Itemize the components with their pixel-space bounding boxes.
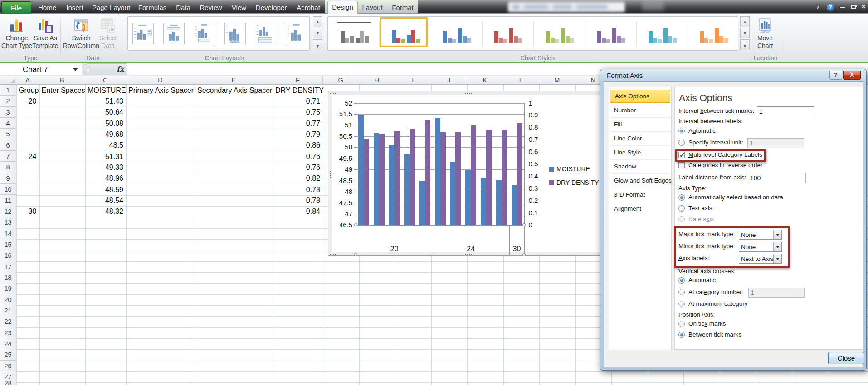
cell-A1[interactable]: Group — [19, 87, 39, 95]
help-button[interactable]: ? — [825, 2, 836, 11]
gallery-scroll-down-icon[interactable]: ▼ — [740, 28, 750, 38]
chart-style-option-purple[interactable] — [591, 20, 630, 48]
bar-dry-density[interactable] — [364, 139, 369, 225]
column-header-B[interactable]: B — [39, 76, 86, 85]
cell-C11[interactable]: 48.54 — [85, 197, 123, 205]
bar-moisture[interactable] — [465, 170, 471, 225]
cell-F1[interactable]: DRY DENSITY — [275, 87, 324, 95]
nav-item-line-color[interactable]: Line Color — [610, 132, 671, 146]
text-input[interactable]: 100 — [748, 173, 806, 183]
column-header-I[interactable]: I — [395, 76, 431, 85]
row-header-1[interactable]: 1 — [0, 85, 16, 96]
cell-F3[interactable]: 0.75 — [273, 108, 320, 116]
row-header-23[interactable]: 23 — [0, 327, 16, 338]
cell-E1[interactable]: Secondary Axis Spacer — [197, 87, 272, 95]
row-header-25[interactable]: 25 — [0, 349, 16, 360]
bar-dry-density[interactable] — [486, 130, 492, 225]
row-header-5[interactable]: 5 — [0, 129, 16, 140]
cell-F9[interactable]: 0.82 — [273, 174, 320, 183]
row-header-3[interactable]: 3 — [0, 107, 16, 118]
gallery-more-icon[interactable]: ▼ — [313, 39, 322, 50]
chart-layout-option-6[interactable] — [286, 23, 307, 44]
name-box[interactable]: Chart 7 — [0, 63, 82, 75]
cell-F4[interactable]: 0.77 — [273, 120, 320, 128]
cell-C6[interactable]: 48.5 — [85, 141, 123, 149]
nav-item-glow-and-soft-edges[interactable]: Glow and Soft Edges — [610, 174, 671, 188]
column-header-H[interactable]: H — [359, 76, 395, 85]
nav-item-line-style[interactable]: Line Style — [610, 146, 671, 160]
cell-F6[interactable]: 0.86 — [273, 141, 320, 149]
bar-moisture[interactable] — [435, 118, 440, 225]
row-header-18[interactable]: 18 — [0, 272, 16, 283]
radio-at-category-number-[interactable] — [678, 289, 685, 295]
cell-C9[interactable]: 48.96 — [85, 174, 123, 183]
chart-style-option-red[interactable] — [488, 20, 527, 48]
bar-moisture[interactable] — [450, 162, 455, 225]
cell-C4[interactable]: 50.08 — [85, 120, 123, 128]
row-header-14[interactable]: 14 — [0, 228, 16, 239]
change-charttype-button[interactable]: ChangeChart Type — [1, 15, 33, 54]
bar-dry-density[interactable] — [471, 125, 476, 225]
row-header-6[interactable]: 6 — [0, 140, 16, 151]
row-header-26[interactable]: 26 — [0, 361, 16, 371]
radio-text-axis[interactable] — [678, 205, 685, 212]
bar-dry-density[interactable] — [425, 120, 430, 225]
saveas-template-button[interactable]: Save AsTemplate — [30, 15, 61, 54]
close-button[interactable]: Close — [828, 352, 864, 364]
nav-item-fill[interactable]: Fill — [610, 118, 671, 132]
gallery-scroll-up-icon[interactable]: ▲ — [740, 16, 750, 27]
bar-dry-density[interactable] — [502, 130, 507, 225]
bar-dry-density[interactable] — [394, 131, 400, 225]
chart-layout-option-3[interactable] — [194, 23, 215, 44]
nav-item-3-d-format[interactable]: 3-D Format — [610, 188, 671, 202]
chart-layout-option-5[interactable] — [255, 23, 276, 44]
cell-A7[interactable]: 24 — [16, 153, 37, 161]
row-header-7[interactable]: 7 — [0, 151, 16, 162]
bar-dry-density[interactable] — [379, 134, 385, 225]
cell-D1[interactable]: Primary Axis Spacer — [128, 87, 194, 95]
row-header-13[interactable]: 13 — [0, 217, 16, 228]
cell-F5[interactable]: 0.79 — [273, 130, 320, 139]
bar-moisture[interactable] — [419, 181, 425, 225]
column-header-C[interactable]: C — [85, 76, 126, 85]
cell-C5[interactable]: 49.68 — [85, 130, 123, 139]
column-header-L[interactable]: L — [503, 76, 540, 85]
radio-automatic[interactable] — [678, 128, 685, 134]
name-box-dropdown-icon[interactable] — [73, 68, 78, 71]
row-header-11[interactable]: 11 — [0, 195, 16, 206]
bar-dry-density[interactable] — [410, 129, 415, 225]
row-header-16[interactable]: 16 — [0, 250, 16, 261]
bar-moisture[interactable] — [481, 178, 486, 225]
nav-item-number[interactable]: Number — [610, 104, 671, 118]
cell-F12[interactable]: 0.84 — [273, 207, 320, 216]
gallery-scroll-up-icon[interactable]: ▲ — [313, 16, 322, 27]
nav-item-alignment[interactable]: Alignment — [610, 202, 671, 216]
cell-B1[interactable]: Enter Spaces — [42, 87, 85, 95]
bar-moisture[interactable] — [358, 116, 364, 225]
insert-function-icon[interactable]: fx — [117, 65, 124, 73]
cell-C3[interactable]: 50.64 — [85, 108, 123, 116]
chart-layout-option-2[interactable] — [163, 23, 185, 44]
row-header-21[interactable]: 21 — [0, 305, 16, 316]
restore-button[interactable] — [848, 2, 859, 11]
move-chart-button[interactable]: MoveChart — [750, 15, 780, 54]
bar-moisture[interactable] — [389, 145, 394, 225]
close-button[interactable]: ✕ — [859, 2, 868, 11]
cell-C1[interactable]: MOISTURE — [88, 87, 126, 95]
column-header-D[interactable]: D — [126, 76, 195, 85]
row-header-19[interactable]: 19 — [0, 283, 16, 294]
cell-F7[interactable]: 0.76 — [273, 153, 320, 161]
text-input[interactable]: 1 — [757, 106, 814, 116]
dialog-help-button[interactable]: ? — [829, 71, 842, 80]
embedded-chart[interactable]: 5251.55150.55049.54948.54847.54746.510.9… — [328, 91, 608, 256]
row-header-20[interactable]: 20 — [0, 294, 16, 305]
row-header-12[interactable]: 12 — [0, 206, 16, 217]
cell-F2[interactable]: 0.71 — [273, 97, 320, 106]
row-header-28[interactable]: 28 — [0, 382, 16, 385]
cell-C8[interactable]: 49.33 — [85, 164, 123, 172]
row-header-22[interactable]: 22 — [0, 316, 16, 327]
radio-specify-interval-unit-[interactable] — [678, 140, 685, 146]
row-header-8[interactable]: 8 — [0, 162, 16, 173]
radio-on-tick-marks[interactable] — [678, 321, 685, 327]
radio-automatically-select-based-on-data[interactable] — [678, 194, 685, 201]
